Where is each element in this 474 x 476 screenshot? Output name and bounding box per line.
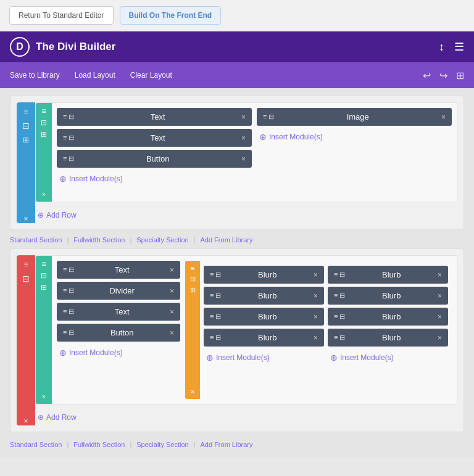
specialty-section-1[interactable]: Specialty Section — [136, 236, 188, 244]
add-row-plus-icon-2: ⊕ — [38, 413, 44, 422]
menu-icon-6: ≡ — [63, 287, 67, 295]
section-2: ≡ ⊟ × ≡ ⊟ ⊞ × ≡ — [10, 248, 464, 432]
section-2-col-icon: ⊟ — [22, 274, 30, 284]
module-text-1-close[interactable]: × — [241, 113, 246, 121]
module-blurb-4[interactable]: ≡ ⊟ Blurb × — [204, 329, 324, 347]
insert-module-col2-label: Insert Module(s) — [269, 133, 323, 141]
module-button-1-close[interactable]: × — [241, 155, 246, 163]
mod-icon-5: ⊟ — [69, 266, 74, 274]
module-blurb-6[interactable]: ≡ ⊟ Blurb × — [328, 287, 448, 305]
menu-icon-7: ≡ — [63, 308, 67, 316]
sort-icon[interactable]: ↕ — [439, 41, 444, 54]
insert-specialty-col1[interactable]: ⊕ Insert Module(s) — [204, 350, 324, 366]
add-row-2[interactable]: ⊕ Add Row — [35, 409, 457, 425]
standard-section-1[interactable]: Standard Section — [10, 236, 62, 244]
row-1-bar[interactable]: ≡ ⊟ ⊞ × — [36, 103, 52, 202]
section-1: ≡ ⊟ ⊞ × ≡ ⊟ ⊞ × ≡ — [10, 96, 464, 230]
blurb-menu-6: ≡ — [334, 292, 338, 300]
blurb-8-label: Blurb — [349, 333, 434, 342]
module-text-4[interactable]: ≡ ⊟ Text × — [57, 303, 180, 321]
blurb-7-close[interactable]: × — [438, 313, 442, 321]
blurb-menu-3: ≡ — [210, 313, 214, 321]
module-blurb-1[interactable]: ≡ ⊟ Blurb × — [204, 266, 324, 284]
module-text-1[interactable]: ≡ ⊟ Text × — [57, 108, 252, 126]
module-image-1-label: Image — [278, 112, 438, 121]
blurb-menu-5: ≡ — [334, 271, 338, 279]
return-standard-button[interactable]: Return To Standard Editor — [9, 6, 114, 25]
insert-module-col1[interactable]: ⊕ Insert Module(s) — [57, 171, 252, 187]
module-image-1-close[interactable]: × — [441, 113, 446, 121]
module-button-1[interactable]: ≡ ⊟ Button × — [57, 150, 252, 168]
wireframe-icon[interactable]: ⊞ — [456, 70, 464, 81]
module-menu-icon-2: ≡ — [63, 134, 67, 142]
specialty-grid-icon: ⊞ — [190, 286, 196, 294]
module-text-4-close[interactable]: × — [170, 308, 174, 316]
insert-module-row2-col1[interactable]: ⊕ Insert Module(s) — [57, 345, 180, 361]
insert-specialty-col2[interactable]: ⊕ Insert Module(s) — [328, 350, 448, 366]
blurb-6-close[interactable]: × — [438, 292, 442, 300]
module-image-1[interactable]: ≡ ⊟ Image × — [257, 108, 452, 126]
module-button-2-close[interactable]: × — [170, 329, 174, 337]
blurb-mod-2: ⊟ — [215, 292, 221, 300]
section-1-menu-icon: ≡ — [23, 107, 28, 116]
load-layout-button[interactable]: Load Layout — [75, 71, 115, 80]
save-library-button[interactable]: Save to Library — [10, 71, 60, 80]
blurb-8-close[interactable]: × — [438, 334, 442, 342]
blurb-1-close[interactable]: × — [314, 271, 318, 279]
module-text-2-icons: ≡ ⊟ — [63, 134, 74, 142]
add-from-library-2[interactable]: Add From Library — [201, 441, 253, 448]
blurb-1-label: Blurb — [225, 270, 310, 279]
specialty-col-2: ≡ ⊟ Blurb × ≡ ⊟ — [328, 266, 448, 394]
section-1-bar[interactable]: ≡ ⊟ ⊞ × — [17, 102, 35, 223]
section-2-menu-icon: ≡ — [23, 260, 28, 269]
row-1-grid-icon: ⊞ — [41, 130, 47, 139]
specialty-bar[interactable]: ≡ ⊟ ⊞ × — [185, 261, 200, 399]
add-row-1[interactable]: ⊕ Add Row — [35, 207, 457, 223]
module-blurb-7[interactable]: ≡ ⊟ Blurb × — [328, 308, 448, 326]
blurb-menu-8: ≡ — [334, 334, 338, 342]
build-frontend-button[interactable]: Build On The Front End — [120, 6, 222, 25]
blurb-4-close[interactable]: × — [314, 334, 318, 342]
specialty-close[interactable]: × — [191, 388, 194, 399]
fullwidth-section-1[interactable]: Fullwidth Section — [73, 236, 125, 244]
row-2-close[interactable]: × — [42, 393, 46, 404]
module-blurb-2[interactable]: ≡ ⊟ Blurb × — [204, 287, 324, 305]
module-text-2-close[interactable]: × — [241, 134, 246, 142]
module-text-4-icons: ≡ ⊟ — [63, 308, 74, 316]
specialty-section-2[interactable]: Specialty Section — [136, 441, 188, 448]
module-text-3-close[interactable]: × — [170, 266, 174, 274]
section-1-close[interactable]: × — [23, 215, 28, 223]
clear-layout-button[interactable]: Clear Layout — [130, 71, 172, 80]
standard-section-2[interactable]: Standard Section — [10, 441, 62, 448]
redo-icon[interactable]: ↪ — [439, 70, 447, 81]
module-divider-close[interactable]: × — [170, 287, 174, 295]
row-1-close[interactable]: × — [42, 191, 46, 202]
module-blurb-3[interactable]: ≡ ⊟ Blurb × — [204, 308, 324, 326]
add-from-library-1[interactable]: Add From Library — [201, 236, 253, 244]
undo-icon[interactable]: ↩ — [423, 70, 431, 81]
mod-icon-8: ⊟ — [69, 329, 74, 337]
insert-plus-icon-3: ⊕ — [59, 348, 67, 358]
module-blurb-5[interactable]: ≡ ⊟ Blurb × — [328, 266, 448, 284]
module-divider-icons: ≡ ⊟ — [63, 287, 74, 295]
row-2-bar[interactable]: ≡ ⊟ ⊞ × — [36, 256, 52, 404]
module-text-2[interactable]: ≡ ⊟ Text × — [57, 129, 252, 147]
section-2-bar[interactable]: ≡ ⊟ × — [17, 255, 35, 425]
section-1-content: ≡ ⊟ ⊞ × ≡ ⊟ Text × — [35, 102, 457, 223]
insert-module-col2[interactable]: ⊕ Insert Module(s) — [257, 129, 452, 145]
insert-plus-icon-2: ⊕ — [259, 132, 267, 142]
hamburger-icon[interactable]: ☰ — [454, 40, 464, 54]
fullwidth-section-2[interactable]: Fullwidth Section — [73, 441, 125, 448]
module-blurb-8[interactable]: ≡ ⊟ Blurb × — [328, 329, 448, 347]
row-1-col-2: ≡ ⊟ Image × ⊕ Insert Module(s) — [257, 108, 452, 197]
section-2-close[interactable]: × — [23, 417, 28, 425]
module-button-2[interactable]: ≡ ⊟ Button × — [57, 324, 180, 342]
module-divider-1[interactable]: ≡ ⊟ Divider × — [57, 282, 180, 300]
blurb-5-close[interactable]: × — [438, 271, 442, 279]
module-text-3[interactable]: ≡ ⊟ Text × — [57, 261, 180, 279]
add-row-plus-icon: ⊕ — [38, 211, 44, 220]
blurb-2-close[interactable]: × — [314, 292, 318, 300]
divi-toolbar: Save to Library Load Layout Clear Layout… — [0, 62, 474, 88]
module-divider-label: Divider — [78, 286, 166, 295]
blurb-3-close[interactable]: × — [314, 313, 318, 321]
